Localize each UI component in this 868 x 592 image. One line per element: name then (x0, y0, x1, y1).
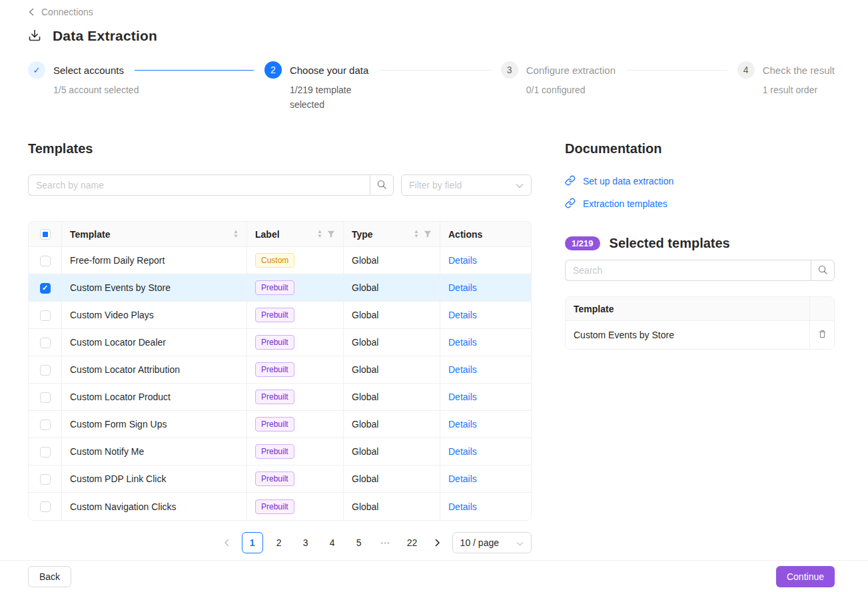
page-size-select[interactable]: 10 / page (452, 532, 532, 553)
selected-search-input[interactable] (565, 260, 811, 281)
select-all-checkbox[interactable] (40, 229, 51, 240)
step-title: Check the result (763, 65, 835, 76)
doc-link-label: Extraction templates (583, 198, 667, 209)
table-row[interactable]: Custom Locator Attribution Prebuilt Glob… (29, 356, 532, 384)
table-row[interactable]: Custom Navigation Clicks Prebuilt Global… (29, 493, 532, 520)
table-row[interactable]: Custom PDP Link Click Prebuilt Global De… (29, 465, 532, 493)
selected-search-button[interactable] (811, 260, 835, 281)
step-select-accounts[interactable]: ✓ Select accounts 1/5 account selected (28, 61, 264, 112)
table-row[interactable]: Free-form Daily Report Custom Global Det… (29, 247, 532, 274)
step-title: Select accounts (53, 65, 124, 76)
details-link[interactable]: Details (448, 392, 477, 402)
row-checkbox[interactable] (40, 474, 51, 485)
details-link[interactable]: Details (448, 473, 477, 484)
link-icon (565, 198, 576, 210)
row-checkbox[interactable] (40, 310, 51, 321)
column-header-actions: Actions (440, 222, 532, 247)
step-choose-data[interactable]: 2 Choose your data 1/219 template select… (264, 61, 501, 112)
template-type: Global (344, 438, 440, 465)
details-link[interactable]: Details (448, 337, 477, 348)
table-row[interactable]: Custom Video Plays Prebuilt Global Detai… (29, 302, 532, 329)
pagination-page[interactable]: 3 (295, 532, 316, 553)
column-header-type[interactable]: Type ▲▼ (344, 222, 440, 247)
templates-search-button[interactable] (370, 174, 394, 196)
template-name: Free-form Daily Report (62, 247, 247, 274)
sort-icon[interactable]: ▲▼ (233, 230, 238, 238)
pagination-pages: 12345•••22 (242, 532, 423, 553)
selected-table-row: Custom Events by Store (566, 321, 834, 349)
row-checkbox[interactable] (40, 501, 51, 512)
table-row[interactable]: Custom Form Sign Ups Prebuilt Global Det… (29, 411, 532, 438)
step-title: Choose your data (290, 65, 368, 76)
row-checkbox[interactable] (40, 447, 51, 457)
column-label: Template (70, 229, 110, 240)
row-checkbox[interactable] (40, 283, 51, 294)
back-button[interactable]: Back (28, 566, 71, 587)
label-tag: Prebuilt (255, 390, 294, 404)
table-row[interactable]: Custom Events by Store Prebuilt Global D… (29, 274, 532, 302)
selected-template-name: Custom Events by Store (566, 321, 809, 349)
step-number: 3 (501, 61, 518, 79)
details-link[interactable]: Details (448, 501, 477, 512)
data-extraction-page: Connections Data Extraction ✓ Select acc… (0, 0, 868, 553)
breadcrumb-back[interactable]: Connections (28, 7, 93, 17)
documentation-heading: Documentation (565, 141, 835, 156)
filter-funnel-icon[interactable] (424, 230, 432, 238)
doc-link-label: Set up data extraction (583, 176, 673, 186)
table-row[interactable]: Custom Locator Product Prebuilt Global D… (29, 384, 532, 411)
details-link[interactable]: Details (448, 419, 477, 430)
templates-search (28, 174, 394, 196)
template-type: Global (344, 411, 440, 438)
label-tag: Prebuilt (255, 444, 294, 459)
page-title: Data Extraction (53, 28, 157, 44)
label-tag: Prebuilt (255, 362, 294, 377)
templates-search-input[interactable] (28, 174, 370, 196)
pagination-ellipsis[interactable]: ••• (375, 532, 396, 553)
column-header-label[interactable]: Label ▲▼ (247, 222, 344, 247)
selected-templates-search (565, 260, 835, 281)
continue-button[interactable]: Continue (776, 566, 835, 587)
row-checkbox[interactable] (40, 256, 51, 266)
pagination-page[interactable]: 1 (242, 532, 263, 553)
details-link[interactable]: Details (448, 310, 477, 320)
pagination-page[interactable]: 22 (402, 532, 423, 553)
row-checkbox[interactable] (40, 392, 51, 403)
delete-button[interactable] (809, 321, 834, 349)
sort-icon[interactable]: ▲▼ (317, 230, 322, 238)
details-link[interactable]: Details (448, 255, 477, 266)
pagination: 12345•••22 10 / page (28, 532, 532, 553)
label-tag: Prebuilt (255, 471, 294, 486)
step-description: 0/1 configured (526, 83, 737, 97)
filter-funnel-icon[interactable] (327, 230, 335, 238)
template-type: Global (344, 356, 440, 384)
pagination-next[interactable] (428, 532, 447, 553)
step-configure-extraction[interactable]: 3 Configure extraction 0/1 configured (501, 61, 737, 112)
selected-table-header: Template (566, 297, 834, 321)
pagination-page[interactable]: 4 (322, 532, 343, 553)
row-checkbox[interactable] (40, 365, 51, 376)
template-type: Global (344, 329, 440, 356)
doc-link-setup[interactable]: Set up data extraction (565, 174, 835, 188)
label-tag: Prebuilt (255, 417, 294, 432)
step-number: 4 (737, 61, 755, 79)
details-link[interactable]: Details (448, 364, 477, 375)
row-checkbox[interactable] (40, 420, 51, 430)
table-row[interactable]: Custom Locator Dealer Prebuilt Global De… (29, 329, 532, 356)
pagination-prev[interactable] (218, 532, 236, 553)
pagination-page[interactable]: 5 (348, 532, 370, 553)
details-link[interactable]: Details (448, 282, 477, 293)
trash-icon (817, 329, 827, 341)
column-header-template[interactable]: Template ▲▼ (62, 222, 247, 247)
table-row[interactable]: Custom Notify Me Prebuilt Global Details (29, 438, 532, 465)
templates-table-body: Free-form Daily Report Custom Global Det… (29, 247, 532, 520)
selected-column-template: Template (566, 297, 809, 320)
row-checkbox[interactable] (40, 338, 51, 348)
search-icon (817, 264, 828, 277)
pagination-page[interactable]: 2 (268, 532, 290, 553)
filter-by-field-select[interactable]: Filter by field (401, 174, 532, 196)
doc-link-templates[interactable]: Extraction templates (565, 197, 835, 210)
details-link[interactable]: Details (448, 446, 477, 457)
template-name: Custom Form Sign Ups (62, 411, 247, 438)
sort-icon[interactable]: ▲▼ (414, 230, 419, 238)
step-check-result[interactable]: 4 Check the result 1 result order (737, 61, 835, 112)
